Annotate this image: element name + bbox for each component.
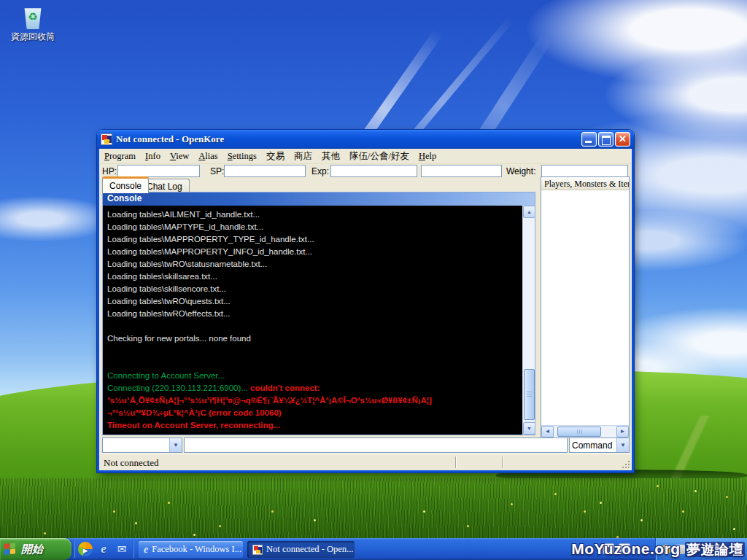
status-text: Not connected (104, 457, 158, 469)
console-line (107, 345, 518, 357)
console-line: Timeout on Account Server, reconnecting.… (107, 419, 518, 432)
taskbar-task-facebook[interactable]: eFacebook - Windows I... (139, 541, 243, 558)
desktop: ♻ 資源回收筒 Not connected - OpenKore Program… (0, 0, 747, 560)
media-player-icon[interactable] (78, 542, 93, 556)
console-line: Checking for new portals... none found (107, 332, 518, 345)
sp-field[interactable] (224, 165, 306, 177)
maximize-button[interactable] (598, 132, 614, 147)
scroll-right-button[interactable] (616, 426, 629, 438)
taskbar-task-label: Facebook - Windows I... (152, 544, 241, 555)
wallpaper-flowers (0, 0, 2, 2)
console-line: Loading tables\twRO\statusnametable.txt.… (107, 258, 518, 271)
taskbar-task-openkore[interactable]: Not connected - Open... (247, 541, 355, 558)
taskbar: 開始 e✉ eFacebook - Windows I...Not connec… (0, 538, 747, 560)
sp-label: SP: (210, 166, 224, 176)
players-monsters-header[interactable]: Players, Monsters & Iten (541, 177, 629, 190)
console-line: Loading tables\twRO\effects.txt... (107, 308, 518, 320)
history-combobox[interactable] (102, 438, 182, 453)
console-group-header: Console (103, 192, 535, 206)
menu-item-help[interactable]: Help (419, 151, 436, 162)
recycle-bin-label: 資源回收筒 (9, 31, 57, 43)
scroll-down-button[interactable] (523, 422, 535, 435)
console-line: ³s½u¹Á¸Õ¥¢±Ñ¡A¦]¬°³s½u¹ï¶H¦³¤@¬q®É¶¡¨Ã¥¼… (107, 394, 518, 407)
weight-label: Weight: (506, 166, 535, 176)
resize-grip[interactable] (629, 467, 630, 469)
console-output[interactable]: Loading tables\AILMENT_id_handle.txt...L… (103, 206, 522, 435)
exp-field-1[interactable] (330, 165, 417, 177)
openkore-window: Not connected - OpenKore ProgramInfoView… (97, 130, 634, 472)
menu-item-program[interactable]: Program (104, 151, 136, 162)
command-type-value: Command (572, 440, 616, 451)
minimize-button[interactable] (581, 132, 597, 147)
watermark-latin: MoYuzone.org (571, 540, 681, 557)
window-titlebar[interactable]: Not connected - OpenKore (97, 130, 634, 149)
recycle-bin-desktop-icon[interactable]: ♻ 資源回收筒 (9, 6, 57, 43)
console-line: Loading tables\skillsencore.txt... (107, 283, 518, 295)
exp-field-2[interactable] (421, 165, 502, 177)
menu-item-shop[interactable]: 商店 (294, 150, 312, 163)
menu-item-alias[interactable]: Alias (198, 151, 217, 162)
window-title: Not connected - OpenKore (116, 133, 580, 145)
taskbar-task-label: Not connected - Open... (266, 544, 353, 555)
console-scrollbar[interactable] (522, 206, 535, 435)
menu-item-view[interactable]: View (170, 151, 189, 162)
menu-item-trade[interactable]: 交易 (266, 150, 285, 163)
console-line: Loading tables\AILMENT_id_handle.txt... (107, 209, 518, 221)
ie-icon: e (144, 544, 148, 556)
console-line: Loading tables\MAPPROPERTY_TYPE_id_handl… (107, 233, 518, 246)
command-type-combobox[interactable]: Command (569, 438, 630, 453)
outlook-express-icon[interactable]: ✉ (115, 542, 129, 556)
chevron-down-icon[interactable] (169, 438, 182, 452)
exp-label: Exp: (311, 166, 329, 176)
console-line: Loading tables\MAPTYPE_id_handle.txt... (107, 221, 518, 233)
players-monsters-panel: Players, Monsters & Iten (541, 176, 630, 438)
menu-bar: ProgramInfoViewAliasSettings交易商店其他隊伍/公會/… (99, 149, 632, 164)
hp-field[interactable] (117, 165, 200, 177)
console-line: Loading tables\skillsarea.txt... (107, 271, 518, 283)
scroll-up-button[interactable] (523, 206, 535, 218)
console-line: Connecting to Account Server... (107, 370, 518, 382)
status-separator (455, 456, 457, 468)
console-line: Loading tables\MAPPROPERTY_INFO_id_handl… (107, 246, 518, 258)
scrollbar-thumb[interactable] (524, 369, 535, 420)
taskbar-divider (133, 540, 134, 558)
console-group: Console Loading tables\AILMENT_id_handle… (102, 192, 535, 435)
ie-icon[interactable]: e (96, 542, 111, 556)
menu-item-other[interactable]: 其他 (322, 150, 340, 163)
window-client-area: ProgramInfoViewAliasSettings交易商店其他隊伍/公會/… (97, 149, 634, 472)
start-button-label: 開始 (21, 542, 43, 556)
command-input[interactable] (184, 438, 568, 453)
recycle-bin-icon: ♻ (23, 6, 42, 29)
openkore-app-icon (101, 133, 112, 145)
scroll-left-button[interactable] (541, 426, 554, 438)
command-row: Command (99, 438, 632, 453)
panel-hscrollbar[interactable] (541, 425, 629, 438)
taskbar-divider (74, 540, 75, 558)
console-line (107, 320, 518, 332)
watermark: MoYuzone.org 夢遊論壇 (571, 540, 745, 559)
start-button[interactable]: 開始 (0, 538, 71, 560)
weight-field[interactable] (541, 165, 628, 177)
recycle-glyph-icon: ♻ (23, 11, 42, 22)
hscrollbar-thumb[interactable] (557, 427, 601, 437)
status-separator (502, 456, 503, 468)
console-line: Loading tables\twRO\quests.txt... (107, 295, 518, 308)
chevron-down-icon[interactable] (616, 438, 629, 452)
openkore-icon (252, 545, 263, 555)
menu-item-settings[interactable]: Settings (228, 151, 257, 162)
tab-console[interactable]: Console (102, 176, 149, 193)
windows-flag-icon (4, 542, 17, 556)
console-line: ¬°³s½uªº¥D¾÷µLªk¦^À³¡C (error code 10060… (107, 407, 518, 419)
status-bar: Not connected (99, 454, 632, 470)
menu-item-info[interactable]: Info (145, 151, 160, 162)
watermark-cjk: 夢遊論壇 (685, 542, 745, 557)
console-line: Connecting (220.130.113.221:6900)... cou… (107, 382, 518, 394)
console-line (107, 357, 518, 370)
close-button[interactable] (615, 132, 630, 147)
hp-label: HP: (102, 166, 117, 176)
menu-item-party[interactable]: 隊伍/公會/好友 (349, 150, 409, 163)
